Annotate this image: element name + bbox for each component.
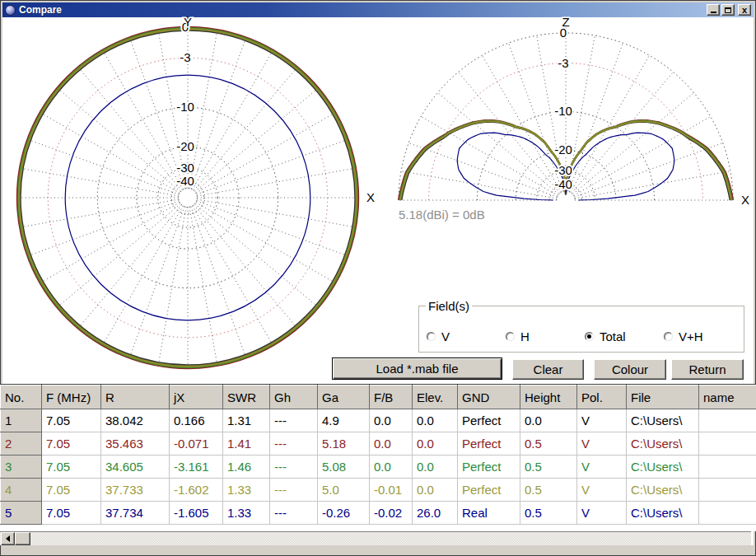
colour-button[interactable]: Colour	[594, 359, 666, 380]
table-cell: 26.0	[413, 502, 458, 525]
radio-circle[interactable]	[664, 332, 673, 341]
table-cell: -0.01	[370, 479, 413, 502]
column-header-file[interactable]: File	[627, 385, 699, 409]
table-cell: -1.605	[170, 502, 223, 525]
table-cell: 38.042	[101, 409, 170, 432]
svg-text:X: X	[741, 193, 749, 207]
scroll-left-icon	[6, 535, 10, 542]
table-cell: V	[577, 432, 627, 456]
svg-text:-10: -10	[176, 100, 194, 114]
table-cell: 0.0	[413, 409, 458, 432]
table-cell: 7.05	[42, 456, 101, 479]
table-cell: C:\Users\	[627, 479, 699, 502]
field-radio-group: VHTotalV+H	[419, 328, 744, 344]
svg-text:-3: -3	[180, 50, 190, 64]
radio-label: V	[441, 329, 450, 343]
table-cell	[699, 479, 756, 502]
column-header-height[interactable]: Height	[520, 385, 577, 409]
column-header-gh[interactable]: Gh	[270, 385, 318, 409]
table-cell: 7.05	[42, 409, 101, 432]
table-cell: 0.5	[520, 456, 577, 479]
row-number-cell[interactable]: 4	[1, 479, 42, 502]
column-header-elev[interactable]: Elev.	[413, 385, 458, 409]
maximize-button[interactable]	[721, 4, 735, 16]
table-cell: V	[577, 479, 627, 502]
radio-circle[interactable]	[506, 332, 515, 341]
clear-button[interactable]: Clear	[512, 359, 584, 380]
radio-option-vplush[interactable]: V+H	[664, 328, 703, 344]
table-cell: 5.18	[318, 432, 370, 456]
table-cell: ---	[270, 479, 318, 502]
column-header-pol[interactable]: Pol.	[577, 385, 627, 409]
table-cell: 0.0	[413, 456, 458, 479]
column-header-gnd[interactable]: GND	[458, 385, 520, 409]
table-cell: -1.602	[170, 479, 223, 502]
table-cell: 0.0	[413, 479, 458, 502]
column-header-ga[interactable]: Ga	[318, 385, 370, 409]
table-cell: Perfect	[458, 432, 520, 456]
table-header-row: No.F (MHz)RjXSWRGhGaF/BElev.GNDHeightPol…	[1, 385, 756, 409]
svg-text:X: X	[366, 190, 375, 204]
gain-reference-label: 5.18(dBi) = 0dB	[399, 208, 485, 222]
table-cell	[699, 502, 756, 525]
radio-circle[interactable]	[427, 332, 436, 341]
row-number-cell[interactable]: 5	[1, 502, 42, 525]
scrollbar-thumb[interactable]	[15, 532, 30, 545]
table-cell: 0.0	[370, 456, 413, 479]
table-cell	[699, 432, 756, 456]
svg-text:Z: Z	[562, 16, 569, 29]
table-cell: 0.5	[520, 502, 577, 525]
load-mab-file-button[interactable]: Load *.mab file	[332, 357, 502, 380]
table-cell: 5.0	[318, 479, 370, 502]
row-number-cell[interactable]: 2	[1, 432, 42, 456]
column-header-r[interactable]: R	[101, 385, 170, 409]
radio-option-v[interactable]: V	[427, 328, 450, 344]
svg-text:-10: -10	[554, 104, 572, 118]
horizontal-scrollbar[interactable]	[0, 531, 751, 545]
close-button[interactable]: x	[738, 4, 751, 16]
title-bar[interactable]: Compare x	[2, 2, 754, 17]
radio-circle[interactable]	[585, 332, 594, 341]
close-icon: x	[739, 5, 750, 15]
column-header-swr[interactable]: SWR	[223, 385, 270, 409]
table-cell: Perfect	[458, 456, 520, 479]
column-header-name[interactable]: name	[699, 385, 756, 409]
svg-text:-40: -40	[554, 177, 572, 191]
table-cell: -0.071	[170, 432, 223, 456]
minimize-button[interactable]	[707, 4, 720, 16]
table-row: 37.0534.605-3.1611.46---5.080.00.0Perfec…	[1, 456, 756, 479]
table-cell: -0.02	[370, 502, 413, 525]
column-header-f-mhz[interactable]: F (MHz)	[42, 385, 101, 409]
table-cell: 0.0	[370, 432, 413, 456]
column-header-jx[interactable]: jX	[170, 385, 223, 409]
fields-groupbox: Field(s) VHTotalV+H	[418, 306, 744, 353]
table-cell: V	[577, 456, 627, 479]
svg-text:-20: -20	[176, 139, 194, 153]
scroll-left-button[interactable]	[1, 532, 15, 545]
table-cell: -0.26	[318, 502, 370, 525]
maximize-icon	[725, 7, 731, 13]
table-cell: 1.33	[223, 479, 270, 502]
return-button[interactable]: Return	[671, 359, 744, 380]
column-header-no[interactable]: No.	[1, 385, 42, 409]
row-number-cell[interactable]: 1	[1, 409, 42, 432]
table-cell: 1.41	[223, 432, 270, 456]
table-cell: Perfect	[458, 479, 520, 502]
row-number-cell[interactable]: 3	[1, 456, 42, 479]
table-cell: C:\Users\	[627, 456, 699, 479]
column-header-f-b[interactable]: F/B	[370, 385, 413, 409]
table-cell: 35.463	[101, 432, 170, 456]
radio-label: H	[520, 329, 530, 343]
table-cell: 7.05	[42, 432, 101, 456]
radio-label: Total	[600, 329, 626, 343]
radio-option-h[interactable]: H	[506, 328, 530, 344]
table-cell: 37.734	[101, 502, 170, 525]
azimuth-plot: 0-3-10-20-30-40YX	[17, 16, 375, 368]
table-cell: C:\Users\	[627, 409, 699, 432]
table-cell: 0.0	[370, 409, 413, 432]
table-cell: ---	[270, 502, 318, 525]
svg-text:Y: Y	[184, 16, 192, 29]
table-row: 57.0537.734-1.6051.33----0.26-0.0226.0Re…	[1, 502, 756, 525]
radio-option-total[interactable]: Total	[585, 328, 626, 344]
table-row: 17.0538.0420.1661.31---4.90.00.0Perfect0…	[1, 409, 756, 432]
